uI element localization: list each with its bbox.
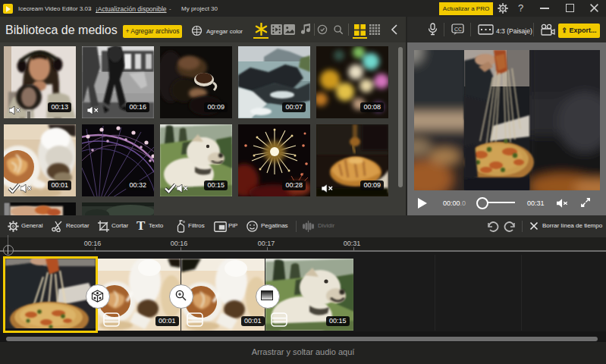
svg-text:CC: CC	[454, 27, 462, 32]
